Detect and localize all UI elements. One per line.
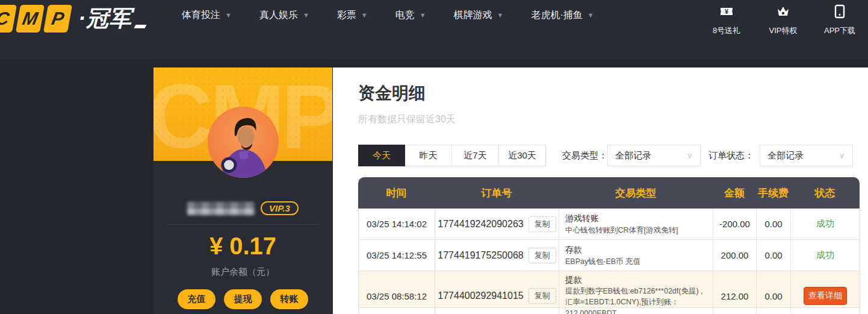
cell-fee: 0.00 <box>757 240 791 271</box>
chevron-down-icon: ▼ <box>303 11 309 19</box>
view-detail-button[interactable]: 查看详细 <box>804 287 847 305</box>
transaction-type-value: 全部记录 <box>615 150 651 162</box>
table-row: 03/25 14:14:02 1774419242090263 复制 游戏转账 … <box>358 209 860 240</box>
svg-text:¥: ¥ <box>725 8 729 15</box>
copy-button[interactable]: 复制 <box>529 248 556 263</box>
cell-order-id: 1774419242090263 复制 <box>435 209 559 239</box>
page-subtitle: 所有数据只保留近30天 <box>358 113 456 126</box>
chevron-down-icon: ▼ <box>225 11 232 19</box>
order-status-value: 全部记录 <box>767 150 804 162</box>
chevron-down-icon: ∨ <box>687 151 693 160</box>
order-id: 1774400292941015 <box>438 290 523 301</box>
order-id: 1774419175250068 <box>438 250 523 261</box>
username-blurred <box>187 202 255 215</box>
nav-item-esports[interactable]: 电竞 ▼ <box>395 9 426 22</box>
copy-button[interactable]: 复制 <box>529 216 556 232</box>
nav-item-label: 体育投注 <box>182 9 220 22</box>
col-amount: 金额 <box>713 186 756 200</box>
logo-wordmark: ·冠军 <box>78 4 132 34</box>
logo-dash <box>134 25 147 28</box>
transactions-table: 时间 订单号 交易类型 金额 手续费 状态 03/25 14:14:02 177… <box>358 177 860 314</box>
avatar <box>208 107 279 178</box>
order-id: 1774419242090263 <box>438 219 523 230</box>
transaction-detail: EBPay钱包-EB币 充值 <box>565 256 640 267</box>
nav-item-live-casino[interactable]: 真人娱乐 ▼ <box>259 9 309 22</box>
page: C M P ·冠军 体育投注 ▼ 真人娱乐 ▼ 彩票 ▼ 电竞 ▼ <box>0 0 868 314</box>
table-row: 03/25 08:58:12 1774400292941015 复制 提款 提款… <box>358 271 860 308</box>
chevron-down-icon: ▼ <box>420 11 426 19</box>
tab-last-30-days[interactable]: 近30天 <box>499 145 546 166</box>
wallet-actions: 充值 提现 转账 <box>153 289 332 309</box>
chevron-down-icon: ▼ <box>587 11 594 19</box>
filter-bar: 今天 昨天 近7天 近30天 交易类型： 全部记录 ∨ 订单状态： 全部记录 ∨ <box>333 145 868 166</box>
app-download-button[interactable]: APP下载 <box>820 4 860 36</box>
gift-label: 8号送礼 <box>713 25 740 36</box>
brand-logo[interactable]: C M P ·冠军 <box>0 4 146 34</box>
withdraw-button[interactable]: 提现 <box>224 289 262 309</box>
status-badge: 成功 <box>791 209 860 239</box>
deposit-button[interactable]: 充值 <box>178 289 215 309</box>
col-status: 状态 <box>790 186 860 200</box>
nav-item-lottery[interactable]: 彩票 ▼ <box>337 9 368 22</box>
cell-amount: 200.00 <box>713 240 757 271</box>
order-status-label: 订单状态： <box>708 150 754 162</box>
phone-icon <box>832 4 847 21</box>
date-range-tabs: 今天 昨天 近7天 近30天 <box>358 145 546 166</box>
nav-item-label: 棋牌游戏 <box>454 9 492 22</box>
col-fee: 手续费 <box>756 186 790 200</box>
tab-yesterday[interactable]: 昨天 <box>405 145 452 166</box>
logo-letter-p: P <box>43 5 72 33</box>
chevron-down-icon: ▼ <box>361 11 368 19</box>
tab-last-7-days[interactable]: 近7天 <box>452 145 499 166</box>
nav-item-label: 彩票 <box>337 9 356 22</box>
status-badge: 成功 <box>791 240 860 271</box>
nav-item-label: 电竞 <box>395 9 415 22</box>
table-row: 03/25 14:12:55 1774419175250068 复制 存款 EB… <box>358 240 860 271</box>
tab-today[interactable]: 今天 <box>358 145 405 166</box>
nav-item-label: 老虎机·捕鱼 <box>531 9 582 22</box>
cell-order-id: 1774419175250068 复制 <box>435 240 559 271</box>
transaction-type: 存款 <box>565 243 582 256</box>
main-panel: 资金明细 所有数据只保留近30天 今天 昨天 近7天 近30天 交易类型： 全部… <box>333 68 868 314</box>
nav-item-slots-fishing[interactable]: 老虎机·捕鱼 ▼ <box>531 9 594 22</box>
app-label: APP下载 <box>824 25 855 36</box>
logo-letter-c: C <box>0 5 17 33</box>
transaction-type-label: 交易类型： <box>562 150 607 162</box>
cell-fee: 0.00 <box>757 209 791 239</box>
col-type: 交易类型 <box>559 186 713 200</box>
transaction-type-select[interactable]: 全部记录 ∨ <box>607 145 701 166</box>
chevron-down-icon: ∨ <box>839 151 845 160</box>
transaction-type: 游戏转账 <box>565 212 599 224</box>
nav-item-board-games[interactable]: 棋牌游戏 ▼ <box>454 9 504 22</box>
logo-letter-m: M <box>16 5 45 33</box>
order-status-select[interactable]: 全部记录 ∨ <box>760 145 853 166</box>
cell-type: 游戏转账 中心钱包转账到CR体育[游戏免转] <box>559 209 713 239</box>
crown-icon <box>776 4 790 21</box>
table-header: 时间 订单号 交易类型 金额 手续费 状态 <box>358 177 860 209</box>
cell-amount: -200.00 <box>713 209 757 239</box>
transfer-button[interactable]: 转账 <box>270 289 308 309</box>
transaction-type: 提款 <box>565 274 582 286</box>
vip-button[interactable]: VIP特权 <box>763 4 803 36</box>
nav-item-sports[interactable]: 体育投注 ▼ <box>182 9 232 22</box>
top-nav: C M P ·冠军 体育投注 ▼ 真人娱乐 ▼ 彩票 ▼ 电竞 ▼ <box>0 0 868 59</box>
utility-menu: ¥ 8号送礼 VIP特权 APP下载 <box>707 4 860 36</box>
profile-card: CMP VIP.3 ¥ 0. <box>153 68 332 314</box>
nav-item-label: 真人娱乐 <box>259 9 298 22</box>
chevron-down-icon: ▼ <box>497 11 504 19</box>
user-identity: VIP.3 <box>153 201 332 215</box>
vip-label: VIP特权 <box>769 25 798 36</box>
card-divider <box>167 224 319 225</box>
cell-time: 03/25 14:14:02 <box>359 209 435 239</box>
main-menu: 体育投注 ▼ 真人娱乐 ▼ 彩票 ▼ 电竞 ▼ 棋牌游戏 ▼ 老虎机·捕鱼 ▼ <box>182 0 594 30</box>
account-balance: ¥ 0.17 <box>153 233 332 260</box>
gift-button[interactable]: ¥ 8号送礼 <box>707 4 746 36</box>
col-time: 时间 <box>358 186 435 200</box>
page-title: 资金明细 <box>358 82 426 105</box>
cell-type: 存款 EBPay钱包-EB币 充值 <box>559 240 713 271</box>
col-order-id: 订单号 <box>435 186 559 200</box>
account-balance-label: 账户余额（元） <box>153 266 332 278</box>
cell-time: 03/25 14:12:55 <box>359 240 435 271</box>
copy-button[interactable]: 复制 <box>529 288 556 304</box>
gift-voucher-icon: ¥ <box>719 4 734 21</box>
